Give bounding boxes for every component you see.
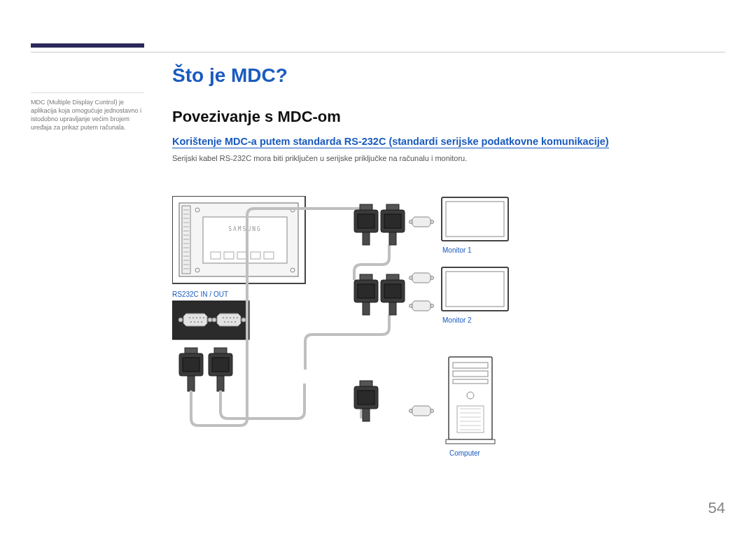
svg-rect-66	[389, 232, 396, 245]
computer-connector-icon	[354, 357, 495, 444]
svg-point-46	[237, 317, 238, 318]
monitor2-label: Monitor 2	[442, 316, 472, 324]
svg-rect-70	[446, 202, 504, 237]
svg-point-43	[226, 317, 227, 318]
body-text: Serijski kabel RS-232C mora biti priklju…	[172, 154, 725, 162]
svg-rect-86	[360, 381, 372, 386]
page: MDC (Multiple Display Control) je aplika…	[0, 0, 756, 534]
svg-rect-57	[212, 358, 229, 372]
svg-point-45	[233, 317, 234, 318]
section-title: Povezivanje s MDC-om	[172, 108, 725, 126]
page-title: Što je MDC?	[172, 64, 725, 87]
subsection-title-text: Korištenje MDC-a putem standarda RS-232C…	[172, 136, 609, 148]
svg-point-35	[203, 317, 204, 318]
svg-rect-78	[389, 302, 396, 315]
header-rule	[31, 52, 725, 52]
svg-rect-73	[358, 284, 374, 298]
svg-point-32	[192, 317, 194, 318]
svg-point-40	[212, 318, 216, 322]
rs232c-port-panel-icon	[172, 301, 249, 339]
svg-point-36	[190, 321, 192, 323]
svg-point-42	[223, 317, 224, 318]
svg-rect-77	[384, 284, 401, 298]
svg-rect-53	[183, 358, 200, 372]
svg-point-30	[208, 318, 212, 322]
svg-rect-52	[185, 348, 197, 353]
svg-point-50	[234, 321, 236, 323]
svg-rect-62	[363, 232, 370, 245]
svg-rect-56	[214, 348, 227, 353]
svg-point-31	[189, 317, 190, 318]
subsection-title: Korištenje MDC-a putem standarda RS-232C…	[172, 136, 725, 147]
svg-rect-76	[386, 274, 399, 280]
cable-connector-pair-icon	[179, 348, 232, 391]
page-number: 54	[708, 499, 725, 517]
port-panel-label: RS232C IN / OUT	[172, 290, 228, 298]
svg-rect-88	[363, 409, 370, 421]
monitor1-connectors-icon	[354, 197, 508, 245]
computer-label: Computer	[449, 449, 480, 457]
svg-point-39	[201, 321, 202, 323]
svg-point-33	[196, 317, 197, 318]
svg-rect-54	[188, 376, 195, 391]
svg-point-37	[194, 321, 195, 323]
monitor1-label: Monitor 1	[442, 246, 472, 254]
sidebar-note: MDC (Multiple Display Control) je aplika…	[31, 98, 144, 132]
svg-rect-22	[203, 217, 287, 263]
svg-point-48	[227, 321, 229, 323]
svg-rect-74	[363, 302, 370, 315]
brand-text: SAMSUNG	[228, 226, 262, 232]
header-accent-bar	[31, 43, 144, 48]
svg-rect-72	[360, 274, 372, 280]
svg-rect-91	[449, 357, 492, 440]
sidebar-separator	[31, 92, 144, 93]
svg-point-29	[178, 318, 183, 322]
svg-rect-58	[217, 376, 224, 391]
svg-point-44	[230, 317, 231, 318]
svg-point-49	[231, 321, 232, 323]
svg-point-34	[200, 317, 201, 318]
svg-rect-64	[386, 204, 399, 210]
svg-rect-103	[446, 440, 495, 444]
svg-point-38	[197, 321, 199, 323]
monitor2-connectors-icon	[354, 267, 508, 315]
svg-rect-61	[358, 214, 374, 228]
main-content: Što je MDC? Povezivanje s MDC-om Korište…	[172, 64, 725, 175]
diagram-svg: SAMSUNG	[172, 196, 564, 490]
svg-point-47	[224, 321, 225, 323]
svg-rect-84	[446, 272, 504, 307]
svg-rect-65	[384, 214, 401, 228]
svg-point-41	[241, 318, 246, 322]
connection-diagram: SAMSUNG	[172, 196, 564, 490]
svg-rect-87	[358, 391, 374, 405]
svg-rect-60	[360, 204, 372, 210]
